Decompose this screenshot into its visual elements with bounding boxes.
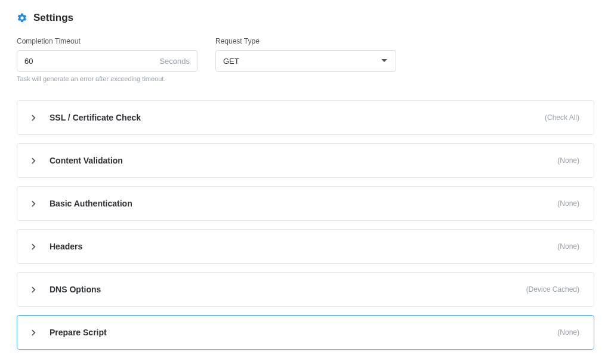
completion-timeout-input[interactable] (17, 57, 159, 66)
form-row: Completion Timeout Seconds Task will gen… (17, 37, 594, 82)
accordion-item[interactable]: SSL / Certificate Check(Check All) (17, 100, 594, 135)
chevron-right-icon (32, 243, 39, 250)
accordion-item[interactable]: DNS Options(Device Cached) (17, 272, 594, 307)
accordion-status: (None) (557, 199, 579, 208)
accordion-title: SSL / Certificate Check (50, 113, 545, 122)
chevron-right-icon (32, 286, 39, 293)
accordion-title: Headers (50, 242, 557, 251)
accordion-item[interactable]: Headers(None) (17, 229, 594, 264)
settings-header: Settings (17, 12, 594, 24)
chevron-right-icon (32, 114, 39, 121)
completion-timeout-label: Completion Timeout (17, 37, 198, 45)
settings-accordion: SSL / Certificate Check(Check All)Conten… (17, 100, 594, 350)
accordion-title: Prepare Script (50, 328, 557, 337)
accordion-status: (None) (557, 242, 579, 251)
request-type-label: Request Type (215, 37, 396, 45)
accordion-status: (None) (557, 156, 579, 165)
accordion-item[interactable]: Content Validation(None) (17, 143, 594, 178)
chevron-right-icon (32, 329, 39, 336)
accordion-status: (None) (557, 328, 579, 337)
request-type-field: Request Type GET (215, 37, 396, 72)
accordion-title: Content Validation (50, 156, 557, 165)
accordion-item[interactable]: Basic Authentication(None) (17, 186, 594, 221)
completion-timeout-helper: Task will generate an error after exceed… (17, 75, 198, 82)
accordion-title: Basic Authentication (50, 199, 557, 208)
request-type-select[interactable]: GET (215, 50, 396, 72)
completion-timeout-field: Completion Timeout Seconds Task will gen… (17, 37, 198, 82)
accordion-status: (Check All) (545, 113, 579, 122)
completion-timeout-input-wrap[interactable]: Seconds (17, 50, 198, 72)
accordion-item[interactable]: Prepare Script(None) (17, 315, 594, 350)
completion-timeout-suffix: Seconds (159, 57, 197, 66)
accordion-title: DNS Options (50, 285, 526, 294)
request-type-value: GET (216, 57, 381, 66)
gear-icon (17, 13, 27, 23)
chevron-right-icon (32, 157, 39, 164)
chevron-right-icon (32, 200, 39, 207)
accordion-status: (Device Cached) (526, 285, 579, 294)
caret-down-icon (381, 59, 396, 63)
page-title: Settings (33, 12, 73, 24)
